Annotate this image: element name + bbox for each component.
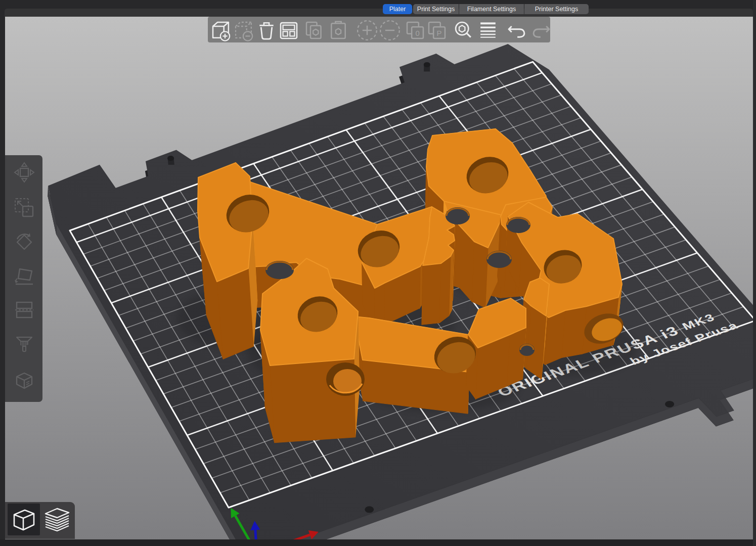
svg-text:P: P — [437, 29, 442, 37]
svg-text:0: 0 — [415, 29, 419, 37]
